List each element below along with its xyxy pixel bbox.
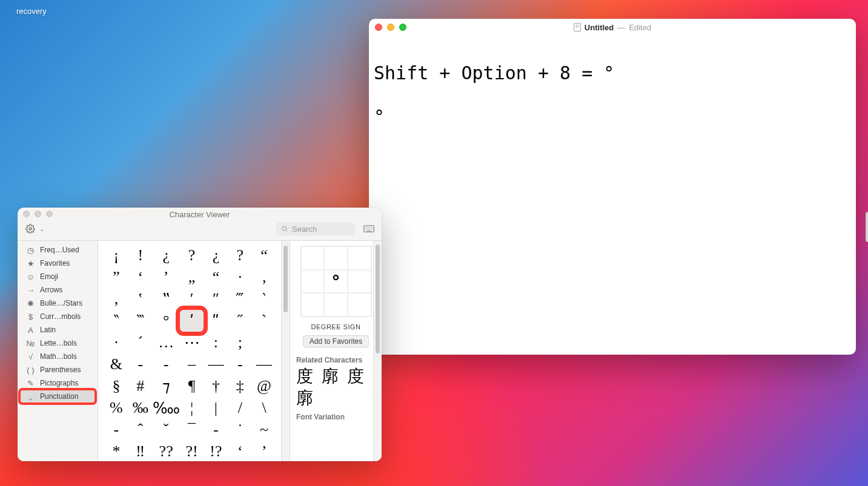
- character-cell[interactable]: ‘: [228, 441, 252, 461]
- character-cell[interactable]: -: [104, 419, 128, 441]
- character-cell[interactable]: —: [204, 353, 228, 375]
- add-to-favorites-button[interactable]: Add to Favorites: [303, 335, 369, 347]
- detail-scroll-thumb[interactable]: [376, 245, 380, 353]
- character-cell[interactable]: ʹ: [180, 310, 204, 332]
- textedit-titlebar[interactable]: Untitled — Edited: [369, 19, 856, 36]
- related-character[interactable]: 廓: [296, 390, 313, 407]
- character-cell[interactable]: ⁊: [153, 375, 180, 397]
- character-cell[interactable]: ʺ: [204, 310, 228, 332]
- character-cell[interactable]: ⋯: [180, 332, 204, 353]
- grid-scroll-thumb[interactable]: [283, 246, 288, 312]
- character-cell[interactable]: ˆ: [128, 419, 153, 441]
- character-cell[interactable]: ˝: [228, 310, 252, 332]
- character-cell[interactable]: ¡: [104, 245, 128, 266]
- character-cell[interactable]: ?: [180, 245, 204, 266]
- sidebar-item-favorites[interactable]: ★Favorites: [20, 257, 95, 270]
- character-cell[interactable]: ;: [228, 332, 252, 353]
- character-cell[interactable]: ´: [128, 332, 153, 353]
- related-character[interactable]: 度: [347, 368, 364, 385]
- character-cell[interactable]: …: [153, 332, 180, 353]
- character-cell[interactable]: !: [128, 245, 153, 266]
- character-cell[interactable]: /: [228, 397, 252, 419]
- character-cell[interactable]: ‶: [104, 310, 128, 332]
- character-cell[interactable]: “: [252, 245, 276, 266]
- sidebar-item-parentheses[interactable]: ( )Parentheses: [20, 363, 95, 376]
- character-cell[interactable]: ’: [252, 441, 276, 461]
- sidebar-item-currency[interactable]: $Curr…mbols: [20, 310, 95, 323]
- character-cell[interactable]: °: [153, 310, 180, 332]
- gear-icon[interactable]: [25, 223, 36, 234]
- character-cell[interactable]: ‐: [153, 353, 180, 375]
- minimize-button[interactable]: [387, 24, 394, 31]
- character-cell[interactable]: ‱: [153, 397, 180, 419]
- character-cell[interactable]: &: [104, 353, 128, 375]
- character-cell[interactable]: ‴: [228, 288, 252, 310]
- sidebar-item-pictographs[interactable]: ✎Pictographs: [20, 376, 95, 390]
- close-button[interactable]: [375, 24, 382, 31]
- related-character[interactable]: 度: [296, 368, 313, 385]
- sidebar-item-latin[interactable]: ALatin: [20, 323, 95, 337]
- character-cell[interactable]: |: [204, 397, 228, 419]
- character-cell[interactable]: `: [252, 310, 276, 332]
- sidebar-item-punctuation[interactable]: „Punctuation: [20, 390, 95, 403]
- related-character[interactable]: 廓: [322, 368, 339, 385]
- textedit-content[interactable]: Shift + Option + 8 = ° °: [369, 36, 856, 133]
- sidebar-item-bullets-stars[interactable]: ✺Bulle…/Stars: [20, 297, 95, 310]
- character-cell[interactable]: ‟: [153, 288, 180, 310]
- character-cell[interactable]: ‚: [104, 288, 128, 310]
- character-cell[interactable]: “: [204, 266, 228, 288]
- character-cell[interactable]: †: [204, 375, 228, 397]
- keyboard-icon[interactable]: [362, 223, 376, 235]
- grid-scrollbar[interactable]: [281, 241, 290, 461]
- sidebar-item-letterlike[interactable]: №Lette…bols: [20, 337, 95, 350]
- character-cell[interactable]: —: [252, 353, 276, 375]
- character-cell[interactable]: ′: [180, 288, 204, 310]
- character-cell[interactable]: –: [180, 353, 204, 375]
- chevron-down-icon[interactable]: ⌄: [39, 226, 44, 232]
- character-cell[interactable]: ‚: [252, 266, 276, 288]
- character-cell[interactable]: ‑: [228, 353, 252, 375]
- character-cell[interactable]: ‘: [128, 266, 153, 288]
- character-cell[interactable]: ‡: [228, 375, 252, 397]
- sidebar-item-math[interactable]: √Math…bols: [20, 350, 95, 363]
- zoom-button[interactable]: [399, 24, 406, 31]
- character-cell[interactable]: ¶: [180, 375, 204, 397]
- search-input[interactable]: Search: [276, 222, 355, 235]
- character-cell[interactable]: ˇ: [153, 419, 180, 441]
- character-cell[interactable]: *: [104, 441, 128, 461]
- sidebar-item-frequently-used[interactable]: ◷Freq…Used: [20, 243, 95, 257]
- character-cell[interactable]: ‼: [128, 441, 153, 461]
- character-cell[interactable]: [252, 332, 276, 353]
- character-cell[interactable]: %: [104, 397, 128, 419]
- character-cell[interactable]: -: [204, 419, 228, 441]
- character-cell[interactable]: -: [128, 353, 153, 375]
- character-cell[interactable]: ‷: [128, 310, 153, 332]
- character-cell[interactable]: @: [252, 375, 276, 397]
- character-viewer-titlebar[interactable]: Character Viewer: [18, 208, 382, 221]
- character-cell[interactable]: ‰: [128, 397, 153, 419]
- character-cell[interactable]: ‵: [252, 288, 276, 310]
- character-cell[interactable]: ”: [104, 266, 128, 288]
- character-cell[interactable]: ″: [204, 288, 228, 310]
- character-cell[interactable]: ·: [104, 332, 128, 353]
- character-cell[interactable]: ?!: [180, 441, 204, 461]
- character-cell[interactable]: ¿: [204, 245, 228, 266]
- character-cell[interactable]: #: [128, 375, 153, 397]
- sidebar-item-arrows[interactable]: →Arrows: [20, 283, 95, 297]
- character-cell[interactable]: ??: [153, 441, 180, 461]
- character-cell[interactable]: §: [104, 375, 128, 397]
- character-cell[interactable]: ˙: [228, 419, 252, 441]
- character-cell[interactable]: :: [204, 332, 228, 353]
- character-cell[interactable]: ¦: [180, 397, 204, 419]
- sidebar-item-emoji[interactable]: ☺Emoji: [20, 270, 95, 283]
- character-cell[interactable]: ~: [252, 419, 276, 441]
- character-cell[interactable]: ·: [228, 266, 252, 288]
- character-cell[interactable]: \: [252, 397, 276, 419]
- character-cell[interactable]: ?: [228, 245, 252, 266]
- character-cell[interactable]: „: [180, 266, 204, 288]
- character-cell[interactable]: ‛: [128, 288, 153, 310]
- character-cell[interactable]: !?: [204, 441, 228, 461]
- character-cell[interactable]: ¯: [180, 419, 204, 441]
- character-cell[interactable]: ’: [153, 266, 180, 288]
- detail-scrollbar[interactable]: [373, 241, 382, 461]
